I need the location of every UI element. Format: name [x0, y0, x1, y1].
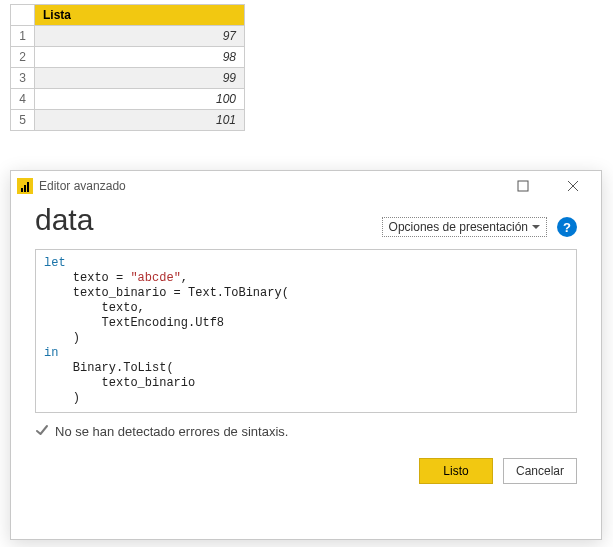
code-keyword-let: let [44, 256, 66, 270]
cancel-button[interactable]: Cancelar [503, 458, 577, 484]
svg-rect-0 [518, 181, 528, 191]
advanced-editor-dialog: Editor avanzado data Opciones de present… [10, 170, 602, 540]
dialog-window-title: Editor avanzado [39, 179, 126, 193]
help-button[interactable]: ? [557, 217, 577, 237]
row-header-empty [11, 5, 35, 26]
done-button[interactable]: Listo [419, 458, 493, 484]
dialog-title: data [35, 203, 93, 237]
code-text: TextEncoding.Utf8 [44, 316, 224, 330]
chevron-down-icon [532, 225, 540, 229]
table-row[interactable]: 3 99 [11, 68, 245, 89]
row-value: 98 [35, 47, 245, 68]
dialog-titlebar[interactable]: Editor avanzado [11, 171, 601, 201]
table-row[interactable]: 1 97 [11, 26, 245, 47]
column-header[interactable]: Lista [35, 5, 245, 26]
cancel-button-label: Cancelar [516, 464, 564, 478]
table-row[interactable]: 2 98 [11, 47, 245, 68]
code-string: "abcde" [130, 271, 180, 285]
row-value: 100 [35, 89, 245, 110]
help-icon: ? [563, 220, 571, 235]
code-text: texto_binario = Text.ToBinary( [44, 286, 289, 300]
row-index: 1 [11, 26, 35, 47]
syntax-status: No se han detectado errores de sintaxis. [35, 423, 577, 440]
done-button-label: Listo [443, 464, 468, 478]
code-text: texto = [44, 271, 130, 285]
row-index: 2 [11, 47, 35, 68]
presentation-options-dropdown[interactable]: Opciones de presentación [382, 217, 547, 237]
status-text: No se han detectado errores de sintaxis. [55, 424, 288, 439]
close-button[interactable] [551, 171, 595, 201]
power-bi-icon [17, 178, 33, 194]
code-text: ) [44, 331, 80, 345]
row-index: 4 [11, 89, 35, 110]
code-text: texto_binario [44, 376, 195, 390]
code-text: Binary.ToList( [44, 361, 174, 375]
row-index: 5 [11, 110, 35, 131]
table-row[interactable]: 4 100 [11, 89, 245, 110]
code-text: ) [44, 391, 80, 405]
row-index: 3 [11, 68, 35, 89]
row-value: 97 [35, 26, 245, 47]
table-row[interactable]: 5 101 [11, 110, 245, 131]
list-preview-table: Lista 1 97 2 98 3 99 4 100 5 101 [0, 0, 613, 131]
maximize-button[interactable] [501, 171, 545, 201]
row-value: 99 [35, 68, 245, 89]
check-icon [35, 423, 49, 440]
code-text: , [181, 271, 188, 285]
data-grid: Lista 1 97 2 98 3 99 4 100 5 101 [10, 4, 245, 131]
row-value: 101 [35, 110, 245, 131]
code-editor[interactable]: let texto = "abcde", texto_binario = Tex… [35, 249, 577, 413]
code-keyword-in: in [44, 346, 58, 360]
presentation-options-label: Opciones de presentación [389, 220, 528, 234]
code-text: texto, [44, 301, 145, 315]
